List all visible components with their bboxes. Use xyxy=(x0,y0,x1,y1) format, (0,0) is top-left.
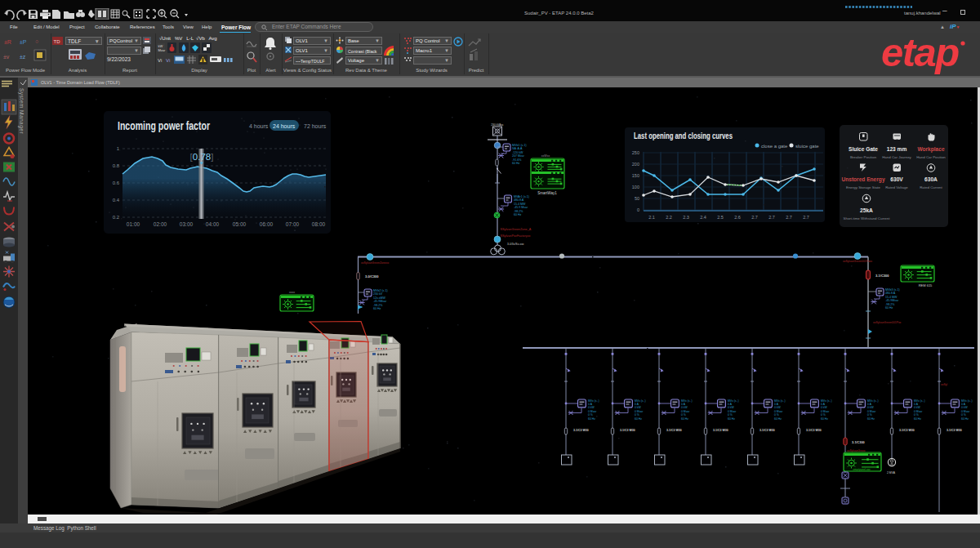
svg-text:0 kW: 0 kW xyxy=(821,406,828,409)
svg-text:0 %: 0 % xyxy=(914,413,919,417)
svg-text:3-0/3x/Sx-xxx: 3-0/3x/Sx-xxx xyxy=(507,243,524,246)
svg-text:0 kW: 0 kW xyxy=(774,406,782,409)
svg-text:0 Mvar: 0 Mvar xyxy=(867,410,876,413)
svg-text:±z: ±z xyxy=(20,54,26,60)
svg-text:15.4 MW: 15.4 MW xyxy=(885,296,898,299)
svg-text:3-0/C300: 3-0/C300 xyxy=(365,274,379,278)
svg-text:0 kW: 0 kW xyxy=(867,406,875,409)
svg-text:MVx (s..): MVx (s..) xyxy=(681,399,693,403)
svg-text:60 Hz: 60 Hz xyxy=(514,213,522,216)
svg-text:0.2: 0.2 xyxy=(113,215,120,220)
svg-text:-45.9 Mvar: -45.9 Mvar xyxy=(514,206,528,209)
svg-text:0 kW: 0 kW xyxy=(588,406,595,409)
svg-text:0 A: 0 A xyxy=(961,403,966,406)
svg-text:60 Hz: 60 Hz xyxy=(512,162,520,165)
svg-text:01:00: 01:00 xyxy=(127,221,140,227)
svg-text:-91.6%: -91.6% xyxy=(512,158,522,162)
svg-text:3-1/C3 W30: 3-1/C3 W30 xyxy=(573,429,589,432)
svg-text:60 Hz: 60 Hz xyxy=(728,417,735,421)
svg-text:xxSylvanGreenZonexx: xxSylvanGreenZonexx xyxy=(361,261,389,265)
svg-text:±P: ±P xyxy=(20,39,27,45)
svg-text:2.7: 2.7 xyxy=(803,215,809,220)
svg-text:2.3: 2.3 xyxy=(683,215,689,220)
svg-text:etap: etap xyxy=(881,33,959,74)
svg-text:207 Mvar: 207 Mvar xyxy=(512,154,525,158)
svg-text:MVb1 (s.1): MVb1 (s.1) xyxy=(512,144,527,147)
svg-text:25kA: 25kA xyxy=(860,207,873,213)
svg-text:Incoming power factor: Incoming power factor xyxy=(118,119,210,132)
svg-text:0.4: 0.4 xyxy=(113,198,120,203)
svg-text:480.8 A: 480.8 A xyxy=(885,292,896,295)
svg-text:2.7: 2.7 xyxy=(768,215,775,220)
svg-text:60 Hz: 60 Hz xyxy=(373,307,381,310)
svg-text:0 %: 0 % xyxy=(681,413,686,417)
svg-text:Last opening and closing curve: Last opening and closing curves xyxy=(634,131,733,140)
svg-text:Workplace: Workplace xyxy=(917,146,945,153)
svg-text:0 %: 0 % xyxy=(867,413,872,417)
svg-text:0 %: 0 % xyxy=(635,413,639,417)
svg-text:06:00: 06:00 xyxy=(260,221,274,227)
svg-text:4 hours: 4 hours xyxy=(249,123,269,129)
svg-text:0 %: 0 % xyxy=(728,413,733,417)
svg-text:-98.2%: -98.2% xyxy=(885,303,895,306)
svg-text:MVx (s..): MVx (s..) xyxy=(588,399,599,403)
svg-text:0 kW: 0 kW xyxy=(914,406,921,409)
svg-text:02:00: 02:00 xyxy=(154,221,167,227)
svg-text:-45.9Mvar: -45.9Mvar xyxy=(373,300,387,303)
svg-text:24 hours: 24 hours xyxy=(273,123,296,129)
svg-text:630A: 630A xyxy=(924,176,938,182)
svg-text:0 A: 0 A xyxy=(774,403,779,406)
svg-text:2.7: 2.7 xyxy=(786,215,792,220)
svg-text:2.7: 2.7 xyxy=(751,215,758,220)
svg-text:0 kW: 0 kW xyxy=(635,406,642,409)
svg-text:04:00: 04:00 xyxy=(206,221,220,227)
svg-text:60 Hz: 60 Hz xyxy=(914,417,921,421)
svg-text:-120 kW: -120 kW xyxy=(512,151,523,154)
svg-text:3-1/C3 W30: 3-1/C3 W30 xyxy=(713,429,728,432)
svg-text:60 Hz: 60 Hz xyxy=(681,417,688,421)
svg-text:0 Mvar: 0 Mvar xyxy=(681,410,690,413)
svg-text:250: 250 xyxy=(632,150,639,155)
svg-text:2 MVA: 2 MVA xyxy=(887,471,896,474)
svg-text:MVx (s..): MVx (s..) xyxy=(774,399,786,403)
svg-text:0 %: 0 % xyxy=(961,413,966,417)
svg-text:230 kVAsc: 230 kVAsc xyxy=(491,123,504,127)
svg-text:0 Mvar: 0 Mvar xyxy=(588,410,597,413)
svg-text:0 Mvar: 0 Mvar xyxy=(774,410,783,413)
svg-text:3-1/C3 W30: 3-1/C3 W30 xyxy=(620,429,635,432)
svg-text:0 A: 0 A xyxy=(867,403,872,406)
svg-text:Short-time Withstand Current: Short-time Withstand Current xyxy=(844,216,891,221)
svg-text:SA: A.A: SA: A.A xyxy=(512,147,523,150)
svg-text:±v: ±v xyxy=(3,54,10,60)
svg-text:3-1/C3 W30: 3-1/C3 W30 xyxy=(666,429,682,432)
svg-text:480.8 A: 480.8 A xyxy=(514,198,524,202)
svg-text:0 A: 0 A xyxy=(635,403,639,406)
svg-text:3-1/C3 W30: 3-1/C3 W30 xyxy=(760,429,775,432)
svg-text:xxWxx: xxWxx xyxy=(541,154,550,158)
svg-text:60 Hz: 60 Hz xyxy=(588,417,595,421)
svg-text:TD: TD xyxy=(54,39,61,44)
svg-text:[0.78]: [0.78] xyxy=(190,152,214,162)
svg-text:03:00: 03:00 xyxy=(180,221,194,227)
svg-text:3-1/C3 W30: 3-1/C3 W30 xyxy=(806,429,822,432)
svg-text:Energy Storage State: Energy Storage State xyxy=(846,185,881,189)
svg-text:MVx (s..): MVx (s..) xyxy=(867,399,879,403)
svg-text:REM 615: REM 615 xyxy=(919,283,933,287)
svg-text:Vi: Vi xyxy=(166,58,170,63)
svg-text:MVx (s..): MVx (s..) xyxy=(961,399,973,403)
svg-text:60 Hz: 60 Hz xyxy=(821,417,828,421)
svg-text:0.6: 0.6 xyxy=(113,180,120,185)
svg-text:xxSyl: xxSyl xyxy=(941,383,947,386)
svg-text:SmartWay1: SmartWay1 xyxy=(537,191,557,195)
svg-text:0.8: 0.8 xyxy=(113,163,120,168)
svg-text:Rated Current: Rated Current xyxy=(920,185,942,189)
svg-text:MVAr1 (s.1): MVAr1 (s.1) xyxy=(514,195,529,198)
svg-text:2.5: 2.5 xyxy=(717,215,724,220)
svg-text:0 A: 0 A xyxy=(821,403,826,406)
svg-text:SSylvanPwrFactoryxx: SSylvanPwrFactoryxx xyxy=(501,234,531,238)
svg-text:2.4: 2.4 xyxy=(700,215,706,220)
svg-text:xxxx: xxxx xyxy=(289,291,295,294)
svg-text:±R: ±R xyxy=(4,39,11,45)
svg-text:0 kW: 0 kW xyxy=(681,406,688,409)
svg-text:Unstored Energy: Unstored Energy xyxy=(841,176,884,183)
